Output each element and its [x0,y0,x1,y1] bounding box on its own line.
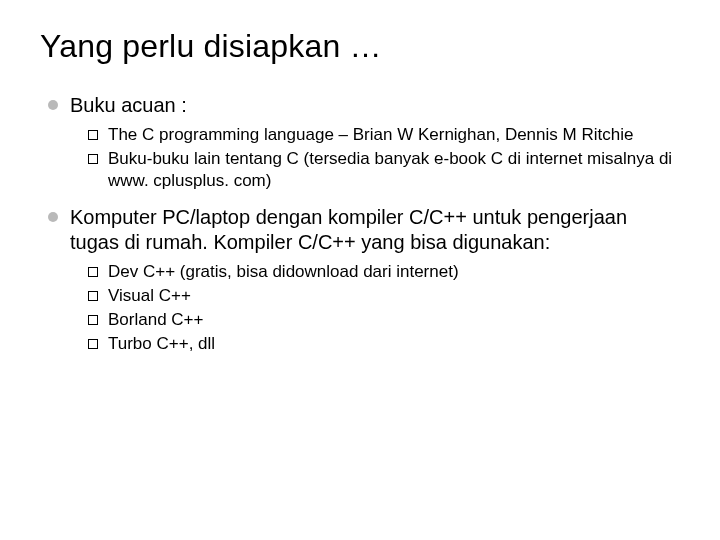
bullet-list-level1: Buku acuan : The C programming language … [40,93,680,354]
list-item: Buku-buku lain tentang C (tersedia banya… [88,148,680,192]
list-item-label: Visual C++ [108,286,191,305]
list-item: Turbo C++, dll [88,333,680,355]
list-item: The C programming language – Brian W Ker… [88,124,680,146]
list-item-label: Buku acuan : [70,94,187,116]
slide: Yang perlu disiapkan … Buku acuan : The … [0,0,720,540]
list-item-label: Borland C++ [108,310,203,329]
slide-title: Yang perlu disiapkan … [40,28,680,65]
list-item: Buku acuan : The C programming language … [48,93,680,191]
list-item: Komputer PC/laptop dengan kompiler C/C++… [48,205,680,354]
bullet-list-level2: Dev C++ (gratis, bisa didownload dari in… [70,261,680,354]
list-item-label: Turbo C++, dll [108,334,215,353]
bullet-list-level2: The C programming language – Brian W Ker… [70,124,680,191]
list-item: Visual C++ [88,285,680,307]
list-item-label: Buku-buku lain tentang C (tersedia banya… [108,149,672,190]
list-item-label: Dev C++ (gratis, bisa didownload dari in… [108,262,459,281]
list-item: Dev C++ (gratis, bisa didownload dari in… [88,261,680,283]
list-item-label: Komputer PC/laptop dengan kompiler C/C++… [70,206,627,253]
list-item-label: The C programming language – Brian W Ker… [108,125,633,144]
list-item: Borland C++ [88,309,680,331]
